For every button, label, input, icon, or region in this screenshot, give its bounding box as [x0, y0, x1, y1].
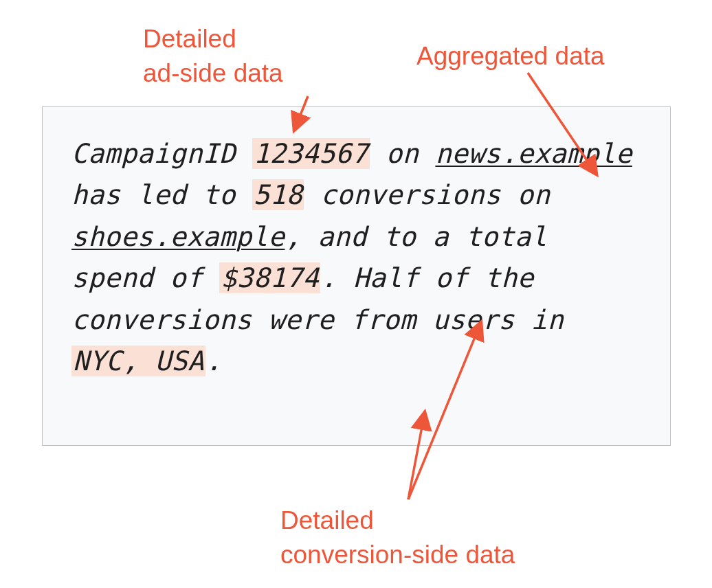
conversions-highlight: 518: [252, 179, 304, 210]
advertiser-domain: shoes.example: [71, 221, 285, 252]
text-fragment: on: [370, 138, 436, 169]
label-conversion-side: Detailed conversion-side data: [280, 504, 515, 572]
label-aggregated-text: Aggregated data: [416, 42, 605, 70]
label-ad-side-line2: ad-side data: [143, 59, 283, 87]
text-fragment: .: [205, 346, 222, 376]
label-aggregated: Aggregated data: [416, 39, 605, 74]
label-conversion-side-line2: conversion-side data: [280, 541, 515, 569]
publisher-domain: news.example: [435, 138, 632, 169]
label-ad-side: Detailed ad-side data: [143, 22, 283, 91]
spend-highlight: $38174: [219, 262, 320, 293]
campaign-id-highlight: 1234567: [252, 138, 370, 169]
example-card: CampaignID 1234567 on news.example has l…: [42, 106, 671, 446]
label-conversion-side-line1: Detailed: [280, 506, 374, 534]
text-fragment: conversions on: [304, 179, 550, 210]
label-ad-side-line1: Detailed: [143, 25, 236, 53]
example-paragraph: CampaignID 1234567 on news.example has l…: [71, 133, 641, 383]
location-highlight: NYC, USA: [71, 346, 205, 376]
text-fragment: CampaignID: [71, 138, 252, 169]
text-fragment: has led to: [71, 179, 252, 210]
diagram-stage: Detailed ad-side data Aggregated data Ca…: [0, 0, 712, 588]
